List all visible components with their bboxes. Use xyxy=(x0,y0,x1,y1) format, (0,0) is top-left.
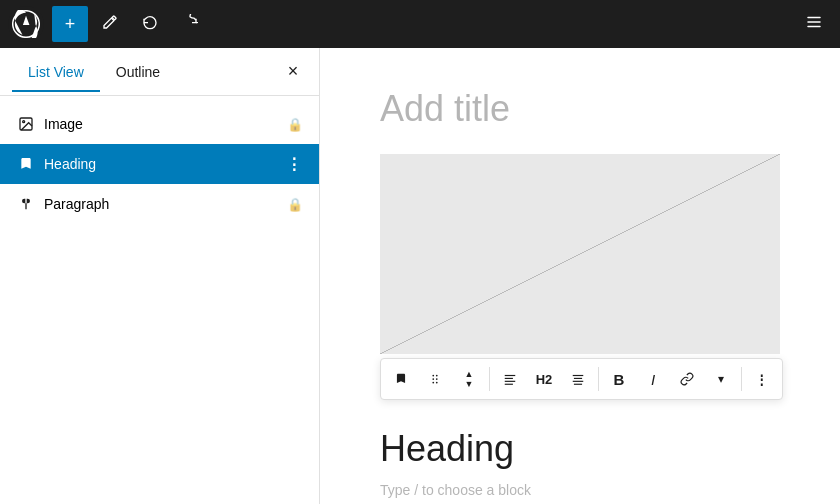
heading-block-icon xyxy=(16,154,36,174)
align-center-button[interactable] xyxy=(562,363,594,395)
svg-rect-19 xyxy=(574,384,582,385)
heading-block-content[interactable]: Heading xyxy=(380,428,780,470)
block-toolbar: ▲ ▼ H2 xyxy=(380,358,783,400)
sidebar-tabs: List View Outline × xyxy=(0,48,319,96)
editor-area: Add title xyxy=(320,48,840,504)
brush-icon xyxy=(102,14,118,34)
toolbar-separator-2 xyxy=(598,367,599,391)
paragraph-block-icon xyxy=(16,194,36,214)
sidebar: List View Outline × Image 🔒 xyxy=(0,48,320,504)
settings-icon xyxy=(805,13,823,35)
image-block-icon xyxy=(16,114,36,134)
sidebar-close-button[interactable]: × xyxy=(279,58,307,86)
svg-rect-15 xyxy=(505,384,513,385)
svg-rect-1 xyxy=(807,17,821,19)
sidebar-list: Image 🔒 Heading ⋮ xyxy=(0,96,319,232)
more-options-dropdown-button[interactable]: ▾ xyxy=(705,363,737,395)
svg-point-10 xyxy=(432,382,434,384)
svg-point-9 xyxy=(436,378,438,380)
italic-button[interactable]: I xyxy=(637,363,669,395)
type-hint: Type / to choose a block xyxy=(380,482,780,498)
h2-label: H2 xyxy=(536,372,553,387)
svg-point-11 xyxy=(436,382,438,384)
block-drag-button[interactable] xyxy=(419,363,451,395)
bold-button[interactable]: B xyxy=(603,363,635,395)
image-lock-icon: 🔒 xyxy=(287,117,303,132)
svg-point-8 xyxy=(432,378,434,380)
wp-logo[interactable] xyxy=(8,6,44,42)
toolbar-separator-3 xyxy=(741,367,742,391)
list-item[interactable]: Paragraph 🔒 xyxy=(0,184,319,224)
undo-icon xyxy=(142,14,158,34)
image-block-label: Image xyxy=(44,116,287,132)
heading-block-label: Heading xyxy=(44,156,286,172)
svg-rect-2 xyxy=(807,21,821,23)
list-item[interactable]: Heading ⋮ xyxy=(0,144,319,184)
heading-level-button[interactable]: H2 xyxy=(528,363,560,395)
chevron-updown-icon: ▲ ▼ xyxy=(465,370,474,389)
redo-button[interactable] xyxy=(172,6,208,42)
heading-more-icon[interactable]: ⋮ xyxy=(286,155,303,174)
image-block[interactable] xyxy=(380,154,780,354)
chevron-down-icon: ▾ xyxy=(718,372,724,386)
svg-rect-18 xyxy=(573,381,584,382)
block-move-button[interactable]: ▲ ▼ xyxy=(453,363,485,395)
brush-button[interactable] xyxy=(92,6,128,42)
main-area: List View Outline × Image 🔒 xyxy=(0,48,840,504)
editor-title[interactable]: Add title xyxy=(380,88,780,130)
toolbar-separator xyxy=(489,367,490,391)
svg-point-6 xyxy=(432,375,434,377)
plus-icon: + xyxy=(65,14,76,35)
svg-rect-13 xyxy=(505,378,513,379)
block-more-button[interactable]: ⋮ xyxy=(746,363,778,395)
svg-point-7 xyxy=(436,375,438,377)
paragraph-block-label: Paragraph xyxy=(44,196,287,212)
svg-rect-3 xyxy=(807,26,821,28)
link-button[interactable] xyxy=(671,363,703,395)
redo-icon xyxy=(182,14,198,34)
svg-rect-17 xyxy=(574,378,582,379)
tab-list-view[interactable]: List View xyxy=(12,52,100,92)
block-bookmark-button[interactable] xyxy=(385,363,417,395)
tab-outline[interactable]: Outline xyxy=(100,52,176,92)
bold-icon: B xyxy=(614,371,625,388)
ellipsis-icon: ⋮ xyxy=(755,372,769,387)
svg-rect-12 xyxy=(505,375,516,376)
svg-rect-14 xyxy=(505,381,516,382)
svg-rect-16 xyxy=(573,375,584,376)
svg-point-5 xyxy=(23,121,25,123)
settings-button[interactable] xyxy=(796,6,832,42)
undo-button[interactable] xyxy=(132,6,168,42)
top-toolbar: + xyxy=(0,0,840,48)
add-block-button[interactable]: + xyxy=(52,6,88,42)
paragraph-lock-icon: 🔒 xyxy=(287,197,303,212)
align-left-button[interactable] xyxy=(494,363,526,395)
list-item[interactable]: Image 🔒 xyxy=(0,104,319,144)
italic-icon: I xyxy=(651,371,655,388)
